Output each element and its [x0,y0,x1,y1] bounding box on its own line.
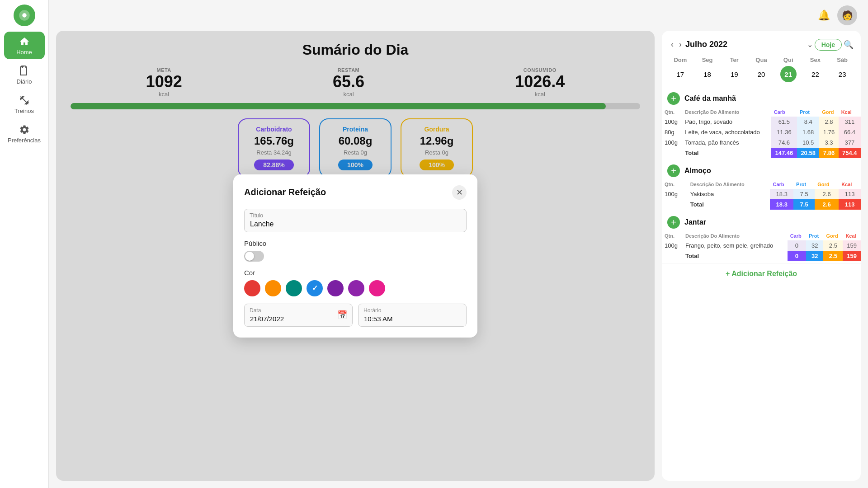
total-row-almoco: Total 18.3 7.5 2.6 113 [662,199,861,210]
sidebar-item-treinos[interactable]: Treinos [4,90,45,118]
th-desc-cafe: Descrição Do Alimento [682,108,771,117]
color-red[interactable] [244,280,260,296]
sidebar-item-label-treinos: Treinos [14,108,34,114]
publico-label: Público [244,239,467,247]
table-row: 100g Yakisoba 18.3 7.5 2.6 113 [662,189,861,199]
modal-close-button[interactable]: ✕ [452,185,467,200]
table-row: 80g Leite, de vaca, achocolatado 11.36 1… [662,127,861,137]
meal-cafe: + Café da manhã Qtn. Descrição Do Alimen… [662,88,861,158]
calendar-header: ‹ › Julho 2022 ⌄ Hoje 🔍 [662,31,861,55]
cor-section: Cor [244,269,467,296]
cal-day-23[interactable]: 23 [834,66,850,82]
cal-dropdown-button[interactable]: ⌄ [807,40,813,49]
titulo-field: Título [244,209,467,232]
meal-almoco-add-button[interactable]: + [667,164,680,177]
th-desc-almoco: Descrição Do Alimento [688,180,770,189]
meal-almoco: + Almoço Qtn. Descrição Do Alimento Carb… [662,160,861,210]
sidebar-item-home[interactable]: Home [4,32,45,59]
th-qtn-almoco: Qtn. [662,180,688,189]
color-blue[interactable] [307,280,323,296]
publico-section: Público [244,239,467,262]
th-qtn: Qtn. [662,108,682,117]
right-panel: ‹ › Julho 2022 ⌄ Hoje 🔍 Dom Seg Ter Qua … [662,31,861,481]
th-kcal-almoco: Kcal [839,180,861,189]
total-row-jantar: Total 0 32 2.5 159 [662,251,861,261]
horario-field: Horário [358,304,467,327]
meal-jantar-add-button[interactable]: + [667,216,680,229]
meals-container: + Café da manhã Qtn. Descrição Do Alimen… [662,88,861,481]
color-pink[interactable] [369,280,385,296]
th-carb-jantar: Carb [788,231,807,240]
cor-label: Cor [244,269,467,277]
sidebar: Home Diário Treinos Preferências [0,0,49,488]
modal-overlay: Adicionar Refeição ✕ Título Público [56,31,655,481]
th-carb-almoco: Carb [770,180,793,189]
cal-header-qua: Qua [748,55,774,65]
cal-today-button[interactable]: Hoje [815,39,842,51]
top-bar: 🔔 🧑 [49,0,868,31]
th-gord-jantar: Gord [823,231,843,240]
th-prot-jantar: Prot [806,231,823,240]
modal-header: Adicionar Refeição ✕ [244,185,467,200]
add-refeicao-modal: Adicionar Refeição ✕ Título Público [233,174,477,338]
cal-prev-button[interactable]: ‹ [669,38,675,51]
publico-toggle[interactable] [244,251,264,262]
cal-day-22[interactable]: 22 [807,66,823,82]
th-prot-almoco: Prot [793,180,815,189]
avatar[interactable]: 🧑 [837,5,857,25]
color-orange[interactable] [265,280,281,296]
meal-jantar-header: + Jantar [662,211,861,231]
sidebar-item-label-diario: Diário [17,78,32,85]
modal-title: Adicionar Refeição [244,187,326,197]
cal-header-sex: Sex [802,55,829,65]
meal-jantar-name: Jantar [684,218,706,226]
sidebar-item-label-home: Home [16,49,32,56]
color-row [244,280,467,296]
calendar-grid: Dom Seg Ter Qua Qui Sex Sáb 17 18 19 20 … [662,55,861,88]
meal-almoco-name: Almoço [684,167,711,175]
notification-bell-icon[interactable]: 🔔 [818,9,830,21]
th-kcal-jantar: Kcal [843,231,861,240]
meal-jantar-table: Qtn. Descrição Do Alimento Carb Prot Gor… [662,231,861,261]
main-card: Sumário do Dia META 1092 kcal RESTAM 65.… [56,31,655,481]
meal-cafe-name: Café da manhã [684,94,736,103]
data-label: Data [250,307,261,314]
cal-day-21[interactable]: 21 [780,66,797,82]
sidebar-item-diario[interactable]: Diário [4,61,45,89]
cal-day-20[interactable]: 20 [753,66,769,82]
meal-cafe-header: + Café da manhã [662,88,861,108]
app-logo [14,5,35,26]
cal-header-qui: Qui [775,55,802,65]
content-area: Sumário do Dia META 1092 kcal RESTAM 65.… [49,31,868,488]
table-row: 100g Pão, trigo, sovado 61.5 8.4 2.8 311 [662,117,861,127]
horario-label: Horário [363,307,381,314]
meal-almoco-table: Qtn. Descrição Do Alimento Carb Prot Gor… [662,180,861,210]
cal-day-17[interactable]: 17 [672,66,689,82]
th-prot: Prot [797,108,819,117]
cal-day-18[interactable]: 18 [699,66,716,82]
th-qtn-jantar: Qtn. [662,231,683,240]
meal-almoco-header: + Almoço [662,160,861,180]
th-desc-jantar: Descrição Do Alimento [683,231,788,240]
sidebar-item-preferencias[interactable]: Preferências [4,120,45,147]
cal-search-button[interactable]: 🔍 [844,40,854,50]
meal-cafe-table: Qtn. Descrição Do Alimento Carb Prot Gor… [662,108,861,158]
cal-header-seg: Seg [694,55,721,65]
color-green[interactable] [286,280,302,296]
cal-header-sab: Sáb [829,55,855,65]
add-refeicao-button[interactable]: + Adicionar Refeição [662,263,861,284]
th-kcal: Kcal [839,108,861,117]
cal-header-ter: Ter [721,55,747,65]
data-field: Data 📅 [244,304,353,327]
titulo-input[interactable] [244,209,467,232]
meal-cafe-add-button[interactable]: + [667,92,680,105]
cal-next-button[interactable]: › [677,38,684,51]
main-wrapper: 🔔 🧑 Sumário do Dia META 1092 kcal RESTAM… [49,0,868,488]
calendar-icon: 📅 [337,310,347,320]
color-purple[interactable] [327,280,344,296]
cal-day-19[interactable]: 19 [726,66,742,82]
cal-month-year: Julho 2022 [685,40,805,49]
toggle-thumb [245,252,254,261]
color-violet[interactable] [348,280,364,296]
sidebar-item-label-preferencias: Preferências [8,137,41,144]
